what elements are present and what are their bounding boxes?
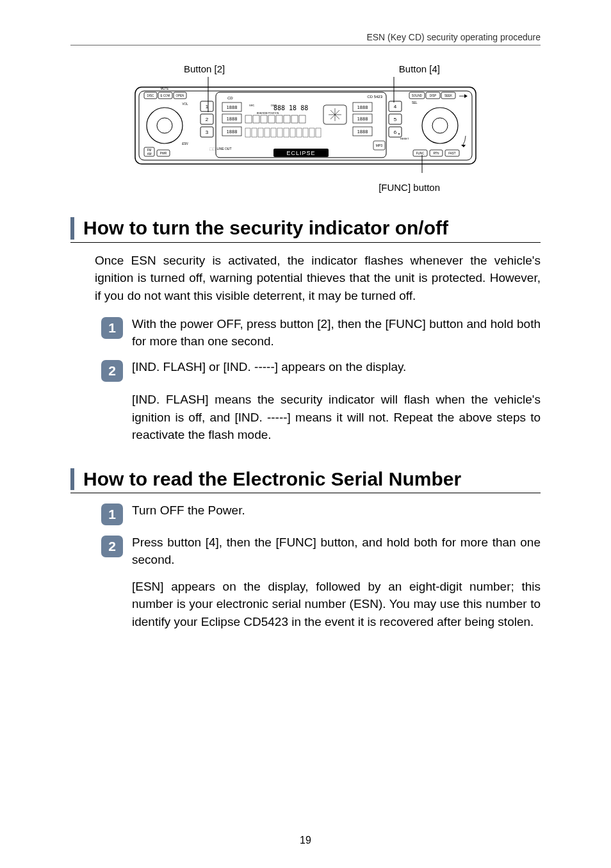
svg-text:AM: AM: [147, 152, 152, 156]
step-item: 2 Press button [4], then the [FUNC] butt…: [101, 534, 541, 568]
svg-text:3: 3: [206, 129, 209, 135]
device-diagram: Button [2] Button [4] DISC E·COM: [133, 63, 478, 193]
svg-text:ECLIPSE: ECLIPSE: [286, 150, 315, 156]
section-read-esn: How to read the Electronic Serial Number…: [70, 468, 541, 630]
svg-point-84: [422, 108, 458, 143]
svg-text:CD 5423: CD 5423: [367, 95, 382, 99]
svg-text:1888: 1888: [227, 117, 238, 122]
section-heading: How to turn the security indicator on/of…: [70, 217, 541, 243]
svg-rect-49: [252, 128, 257, 137]
svg-rect-52: [271, 128, 276, 137]
heading-text: How to read the Electronic Serial Number: [83, 468, 461, 491]
svg-text:⬚⬚ LINE OUT: ⬚⬚ LINE OUT: [209, 147, 231, 151]
step-number-badge: 1: [101, 317, 123, 339]
svg-text:ESN: ESN: [182, 142, 188, 145]
svg-point-5: [147, 108, 183, 143]
svg-text:RESET: RESET: [400, 137, 409, 140]
step-item: 1 With the power OFF, press button [2], …: [101, 316, 541, 350]
svg-rect-57: [303, 128, 308, 137]
svg-rect-55: [290, 128, 295, 137]
heading-text: How to turn the security indicator on/of…: [83, 217, 448, 240]
svg-text:1: 1: [206, 104, 209, 110]
svg-text:BSM RDM POSITION: BSM RDM POSITION: [257, 112, 279, 115]
step-number-badge: 2: [101, 536, 123, 557]
section-security-indicator: How to turn the security indicator on/of…: [70, 217, 541, 444]
car-stereo-faceplate: DISC E·COM OPEN MUTE VOL ESN FM AM PWR 1…: [133, 77, 478, 173]
step-number-badge: 2: [101, 360, 123, 382]
svg-text:4: 4: [394, 104, 397, 110]
svg-rect-42: [276, 115, 282, 123]
svg-text:1888: 1888: [357, 117, 368, 122]
step-text: Press button [4], then the [FUNC] button…: [132, 534, 541, 568]
svg-text:MUTE: MUTE: [161, 87, 169, 90]
svg-rect-38: [245, 115, 252, 123]
section-heading: How to read the Electronic Serial Number: [70, 468, 541, 494]
svg-text:OPEN: OPEN: [176, 94, 184, 97]
step-number-badge: 1: [101, 504, 123, 525]
step-text: [IND. FLASH] or [IND. -----] appears on …: [132, 359, 541, 382]
svg-text:FM: FM: [147, 149, 152, 152]
running-head-bar: ESN (Key CD) security operating procedur…: [70, 32, 541, 45]
button2-callout: Button [2]: [184, 63, 225, 74]
svg-text:FAST: FAST: [448, 152, 456, 155]
svg-text:DISC: DISC: [271, 104, 277, 107]
svg-rect-44: [291, 115, 298, 123]
svg-text:SRC: SRC: [249, 104, 255, 107]
svg-point-85: [432, 118, 448, 133]
svg-text:MP3: MP3: [376, 143, 383, 147]
svg-rect-41: [268, 115, 275, 123]
button4-callout: Button [4]: [399, 63, 440, 74]
svg-rect-53: [277, 128, 282, 137]
step-text: Turn OFF the Power.: [132, 502, 541, 525]
svg-rect-51: [265, 128, 270, 137]
svg-rect-48: [245, 128, 250, 137]
step-note: [ESN] appears on the display, followed b…: [132, 578, 541, 631]
svg-text:SEEK: SEEK: [444, 94, 452, 97]
step-item: 1 Turn OFF the Power.: [101, 502, 541, 525]
svg-rect-59: [316, 128, 321, 137]
svg-text:RTN: RTN: [433, 152, 439, 155]
func-button-callout: [FUNC] button: [133, 182, 478, 193]
step-item: 2 [IND. FLASH] or [IND. -----] appears o…: [101, 359, 541, 382]
running-head: ESN (Key CD) security operating procedur…: [70, 32, 541, 42]
svg-rect-27: [216, 92, 386, 158]
step-note: [IND. FLASH] means the security indicato…: [132, 391, 541, 444]
svg-text:CD: CD: [227, 96, 233, 100]
svg-text:VOL: VOL: [182, 102, 188, 106]
svg-point-82: [398, 133, 400, 135]
svg-text:SEL: SEL: [412, 101, 418, 104]
svg-text:2: 2: [206, 117, 209, 122]
heading-accent-bar: [70, 468, 74, 491]
svg-point-6: [157, 118, 172, 133]
heading-accent-bar: [70, 217, 74, 240]
page-number: 19: [0, 835, 611, 846]
svg-text:1888: 1888: [227, 105, 238, 110]
svg-text:SOUND: SOUND: [412, 94, 423, 97]
step-text: With the power OFF, press button [2], th…: [132, 316, 541, 350]
svg-text:PWR: PWR: [160, 152, 167, 155]
svg-rect-50: [258, 128, 263, 137]
svg-text:FUNC: FUNC: [416, 152, 425, 155]
svg-text:1888: 1888: [227, 129, 238, 135]
svg-rect-43: [284, 115, 290, 123]
svg-text:6: 6: [394, 129, 397, 135]
svg-rect-54: [284, 128, 289, 137]
section-intro: Once ESN security is activated, the indi…: [95, 252, 541, 305]
svg-rect-56: [297, 128, 302, 137]
svg-rect-39: [253, 115, 259, 123]
svg-text:888 18 88: 888 18 88: [273, 104, 308, 111]
svg-text:E·COM: E·COM: [161, 94, 170, 97]
svg-rect-58: [309, 128, 314, 137]
svg-text:1888: 1888: [357, 105, 368, 110]
svg-text:1888: 1888: [357, 129, 368, 135]
svg-rect-40: [261, 115, 267, 123]
svg-text:5: 5: [394, 117, 397, 122]
svg-text:DISC: DISC: [147, 94, 155, 97]
svg-rect-45: [299, 115, 306, 123]
svg-text:DISP: DISP: [430, 94, 437, 97]
